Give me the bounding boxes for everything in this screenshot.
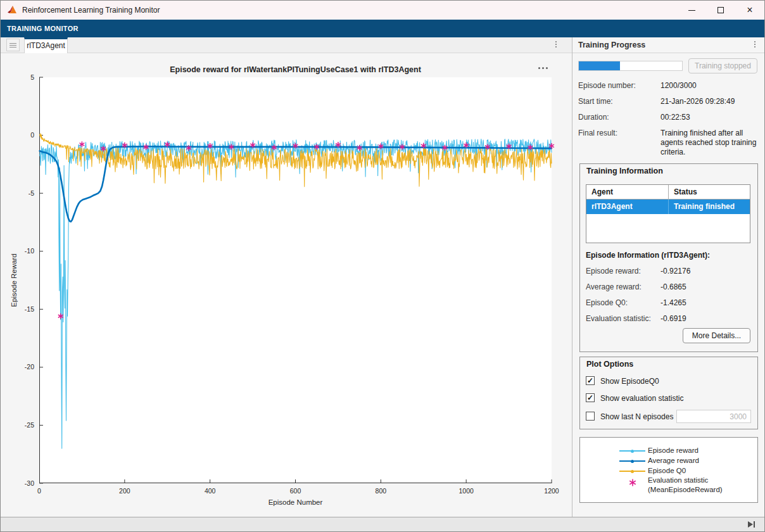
axes-options-menu-icon[interactable] — [538, 67, 548, 69]
ribbon-bar: TRAINING MONITOR — [1, 20, 764, 37]
plot-background — [39, 77, 552, 483]
title-bar: Reinforcement Learning Training Monitor … — [1, 1, 764, 20]
training-progress-header: Training Progress — [572, 37, 764, 53]
show-last-n-episodes-checkbox[interactable] — [586, 412, 595, 421]
show-last-n-episodes-label[interactable]: Show last N episodes — [600, 412, 673, 421]
agent-status-table: Agent Status rlTD3Agent Training finishe… — [586, 184, 750, 243]
window-title: Reinforcement Learning Training Monitor — [22, 6, 160, 15]
agent-cell: rlTD3Agent — [586, 200, 669, 214]
close-button[interactable]: × — [735, 1, 764, 20]
final-result-value: Training finished after all agents reach… — [661, 129, 761, 157]
app-window: Reinforcement Learning Training Monitor … — [0, 0, 765, 532]
training-information-title: Training Information — [586, 167, 663, 175]
episode-reward-value: -0.92176 — [661, 267, 690, 276]
evaluation-statistic-legend-label: Evaluation statistic — [648, 476, 708, 484]
episode-reward-legend-swatch — [619, 450, 645, 452]
evaluation-statistic-legend-label-2: (MeanEpisodeReward) — [648, 486, 723, 493]
y-tick-label: 5 — [30, 73, 34, 81]
y-tick-label: -20 — [25, 363, 34, 370]
y-tick-label: -5 — [28, 189, 34, 197]
episode-number-label: Episode number: — [578, 81, 636, 90]
table-empty-area — [586, 214, 750, 243]
x-tick-label: 1200 — [544, 487, 559, 495]
show-evaluation-statistic-label[interactable]: Show evaluation statistic — [600, 394, 683, 403]
evaluation-statistic-label: Evaluation statistic: — [586, 314, 651, 323]
evaluation-statistic-asterisk-icon — [628, 478, 637, 487]
duration-label: Duration: — [578, 113, 609, 122]
table-header-row: Agent Status — [586, 185, 750, 200]
panel-divider — [572, 37, 572, 517]
minimize-icon — [688, 10, 695, 11]
document-list-icon[interactable] — [6, 39, 20, 51]
y-tick-label: -15 — [25, 305, 34, 313]
training-progress-fill — [579, 61, 620, 70]
start-time-label: Start time: — [578, 97, 613, 106]
minimize-button[interactable] — [677, 1, 706, 20]
maximize-button[interactable] — [706, 1, 735, 20]
close-icon: × — [747, 5, 752, 15]
average-reward-legend-label: Average reward — [648, 457, 699, 464]
y-tick-label: 0 — [30, 131, 34, 139]
y-tick-label: -10 — [25, 247, 34, 255]
episode-q0-value: -1.4265 — [661, 298, 686, 307]
status-cell: Training finished — [669, 200, 750, 214]
ribbon-tab-training-monitor[interactable]: TRAINING MONITOR — [7, 25, 79, 32]
x-tick-label: 1000 — [458, 487, 474, 495]
skip-to-end-icon[interactable] — [748, 521, 756, 528]
training-progress-bar — [578, 61, 683, 71]
plot-options-title: Plot Options — [586, 360, 633, 369]
y-tick-label: -30 — [25, 479, 34, 487]
episode-reward-label: Episode reward: — [586, 267, 641, 276]
status-bar — [1, 517, 764, 531]
start-time-value: 21-Jan-2026 09:28:49 — [661, 97, 735, 106]
episode-q0-legend-label: Episode Q0 — [648, 467, 686, 474]
y-tick-label: -25 — [25, 421, 34, 429]
episode-number-value: 1200/3000 — [661, 81, 697, 90]
x-axis-label: Episode Number — [269, 498, 323, 506]
training-progress-title: Training Progress — [578, 41, 645, 49]
chart-title: Episode reward for rlWatertankPITuningUs… — [39, 65, 552, 74]
panel-menu-icon[interactable] — [754, 41, 756, 48]
episode-information-title: Episode Information (rlTD3Agent): — [586, 251, 710, 260]
tab-overflow-menu-icon[interactable] — [555, 41, 557, 48]
episode-reward-legend-label: Episode reward — [648, 446, 699, 454]
more-details-button[interactable]: More Details... — [683, 328, 750, 343]
last-n-episodes-input[interactable] — [676, 410, 751, 423]
show-evaluation-statistic-checkbox[interactable]: ✓ — [586, 393, 595, 402]
show-episodeq0-checkbox[interactable]: ✓ — [586, 376, 595, 385]
duration-value: 00:22:53 — [661, 113, 690, 122]
training-plot: 02004006008001000120050-5-10-15-20-25-30… — [39, 77, 552, 483]
x-tick-label: 200 — [119, 487, 130, 495]
tab-strip: rlTD3Agent — [1, 37, 572, 53]
matlab-logo-icon — [7, 5, 17, 15]
average-reward-value: -0.6865 — [661, 282, 686, 291]
x-tick-label: 600 — [290, 487, 301, 495]
legend-panel: Episode reward Average reward Episode Q0… — [579, 437, 758, 503]
window-controls: × — [677, 1, 764, 20]
average-reward-label: Average reward: — [586, 282, 642, 291]
episode-q0-label: Episode Q0: — [586, 298, 628, 307]
evaluation-statistic-value: -0.6919 — [661, 314, 686, 323]
column-header-status[interactable]: Status — [669, 185, 750, 199]
average-reward-legend-swatch — [619, 460, 645, 462]
y-axis-label: Episode Reward — [10, 253, 18, 307]
x-tick-label: 0 — [37, 487, 41, 495]
episode-q0-legend-swatch — [619, 471, 645, 472]
final-result-label: Final result: — [578, 129, 617, 137]
x-tick-label: 800 — [376, 487, 387, 495]
table-row[interactable]: rlTD3Agent Training finished — [586, 200, 750, 214]
tab-rltd3agent[interactable]: rlTD3Agent — [24, 37, 68, 53]
column-header-agent[interactable]: Agent — [586, 185, 669, 199]
x-tick-label: 400 — [205, 487, 216, 495]
maximize-icon — [718, 7, 724, 13]
show-episodeq0-label[interactable]: Show EpisodeQ0 — [600, 377, 659, 386]
training-stopped-button[interactable]: Training stopped — [688, 58, 757, 73]
